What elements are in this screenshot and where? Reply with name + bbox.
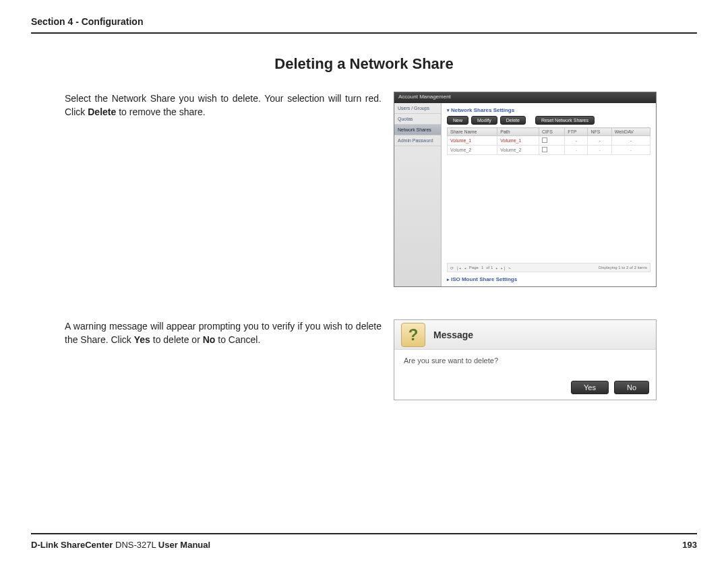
dialog-title: Message (433, 330, 473, 340)
dialog-message: Are you sure want to delete? (394, 350, 656, 381)
table-row[interactable]: Volume_1 Volume_1 - - - (448, 136, 650, 146)
footer-left: D-Link ShareCenter DNS-327L User Manual (31, 540, 210, 550)
pager-display: Displaying 1 to 2 of 2 items (599, 266, 647, 270)
pager-page-num: 1 (481, 266, 483, 270)
para1-bold: Delete (88, 106, 116, 117)
pager-page-label: Page (469, 266, 479, 270)
pager-of-label: of 1 (486, 266, 493, 270)
para2-b2: No (203, 334, 216, 345)
page-number: 193 (682, 540, 697, 550)
cell-cifs (539, 146, 564, 155)
screenshot-network-shares: Account Management Users / Groups Quotas… (394, 92, 657, 287)
footer-model: DNS-327L (113, 540, 158, 550)
cell-path: Volume_2 (497, 146, 539, 155)
paragraph-2: A warning message will appear prompting … (65, 319, 382, 400)
footer-suffix: User Manual (158, 540, 210, 550)
no-button[interactable]: No (614, 381, 649, 394)
cell-path: Volume_1 (497, 136, 539, 146)
shares-table: Share Name Path CIFS FTP NFS WebDAV Volu… (447, 127, 650, 155)
cell-ftp: - (565, 136, 588, 146)
window-titlebar: Account Management (394, 92, 656, 103)
para1-post: to remove the share. (116, 106, 205, 117)
page-title: Deleting a Network Share (31, 55, 697, 73)
checkbox-icon[interactable] (542, 137, 547, 143)
table-row[interactable]: Volume_2 Volume_2 - - - (448, 146, 650, 155)
col-nfs: NFS (588, 128, 611, 136)
new-button[interactable]: New (447, 116, 468, 125)
para2-mid: to delete or (150, 334, 203, 345)
para2-post: to Cancel. (215, 334, 260, 345)
pager: ⟳ |◂ ◂ Page 1 of 1 ▸ ▸| ↷ Displaying 1 t… (447, 263, 650, 272)
cell-webdav: - (611, 136, 650, 146)
reset-button[interactable]: Reset Network Shares (535, 116, 595, 125)
sidebar: Users / Groups Quotas Network Shares Adm… (394, 103, 442, 286)
cell-name: Volume_2 (448, 146, 497, 155)
delete-button[interactable]: Delete (500, 116, 526, 125)
goto-icon[interactable]: ↷ (508, 266, 511, 270)
col-ftp: FTP (565, 128, 588, 136)
iso-mount-section[interactable]: ISO Mount Share Settings (447, 276, 650, 282)
prev-icon[interactable]: ◂ (464, 266, 466, 270)
paragraph-1: Select the Network Share you wish to del… (65, 92, 382, 287)
footer-page-number: 193 (682, 540, 697, 550)
first-icon[interactable]: |◂ (456, 266, 461, 270)
col-cifs: CIFS (539, 128, 564, 136)
modify-button[interactable]: Modify (471, 116, 497, 125)
refresh-icon[interactable]: ⟳ (450, 266, 454, 270)
sidebar-item-network-shares[interactable]: Network Shares (394, 125, 441, 135)
cell-webdav: - (611, 146, 650, 155)
page-footer: D-Link ShareCenter DNS-327L User Manual … (31, 533, 697, 550)
cell-nfs: - (588, 146, 611, 155)
toolbar: New Modify Delete Reset Network Shares (447, 116, 650, 125)
last-icon[interactable]: ▸| (501, 266, 506, 270)
sidebar-item-users-groups[interactable]: Users / Groups (394, 103, 441, 114)
sidebar-item-admin-password[interactable]: Admin Password (394, 135, 441, 146)
cell-name: Volume_1 (448, 136, 497, 146)
next-icon[interactable]: ▸ (495, 266, 498, 270)
screenshot-confirm-dialog: ? Message Are you sure want to delete? Y… (394, 319, 657, 400)
para2-b1: Yes (134, 334, 150, 345)
panel-title: Network Shares Settings (447, 107, 650, 113)
cell-ftp: - (565, 146, 588, 155)
col-share-name: Share Name (448, 128, 497, 136)
cell-cifs (539, 136, 564, 146)
question-icon: ? (401, 323, 425, 347)
section-header: Section 4 - Configuration (31, 16, 697, 34)
col-webdav: WebDAV (611, 128, 650, 136)
cell-nfs: - (588, 136, 611, 146)
footer-brand: D-Link ShareCenter (31, 540, 113, 550)
sidebar-item-quotas[interactable]: Quotas (394, 114, 441, 125)
yes-button[interactable]: Yes (571, 381, 609, 394)
checkbox-icon[interactable] (542, 147, 547, 152)
col-path: Path (497, 128, 539, 136)
